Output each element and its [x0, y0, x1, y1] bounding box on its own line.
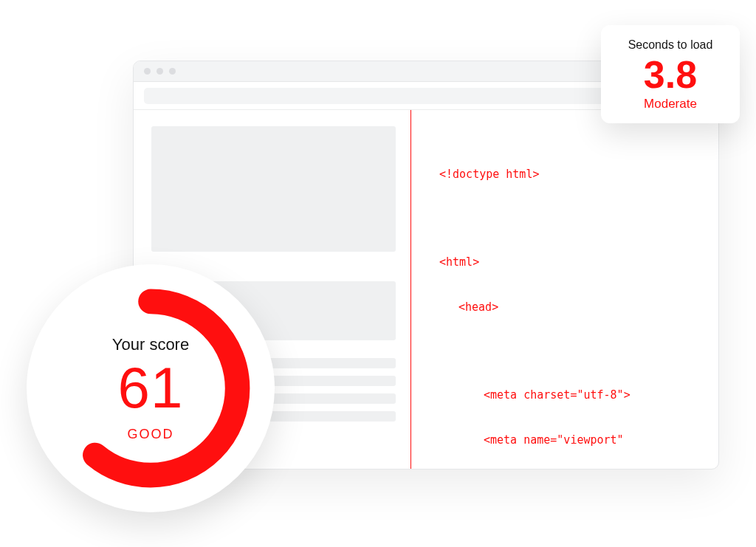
- load-rating: Moderate: [608, 97, 732, 111]
- placeholder-hero: [151, 126, 396, 252]
- source-code-pane: <!doctype html> <html> <head> <meta char…: [411, 110, 718, 469]
- code-line: <!doctype html>: [439, 167, 696, 182]
- traffic-light-close-icon: [144, 68, 151, 75]
- score-gauge-card: Your score 61 GOOD: [27, 264, 275, 512]
- load-label: Seconds to load: [608, 38, 732, 52]
- score-label: Your score: [112, 335, 189, 354]
- code-line: <head>: [439, 300, 696, 314]
- score-rating: GOOD: [127, 427, 173, 442]
- traffic-light-max-icon: [169, 68, 176, 75]
- code-line: <html>: [439, 255, 696, 269]
- load-value: 3.8: [608, 55, 732, 95]
- score-value: 61: [118, 359, 184, 416]
- code-line: <meta charset="utf-8">: [439, 388, 696, 402]
- load-time-card: Seconds to load 3.8 Moderate: [601, 25, 740, 123]
- code-line: <meta name="viewport": [439, 433, 696, 447]
- traffic-light-min-icon: [157, 68, 163, 75]
- score-gauge: Your score 61 GOOD: [47, 285, 254, 492]
